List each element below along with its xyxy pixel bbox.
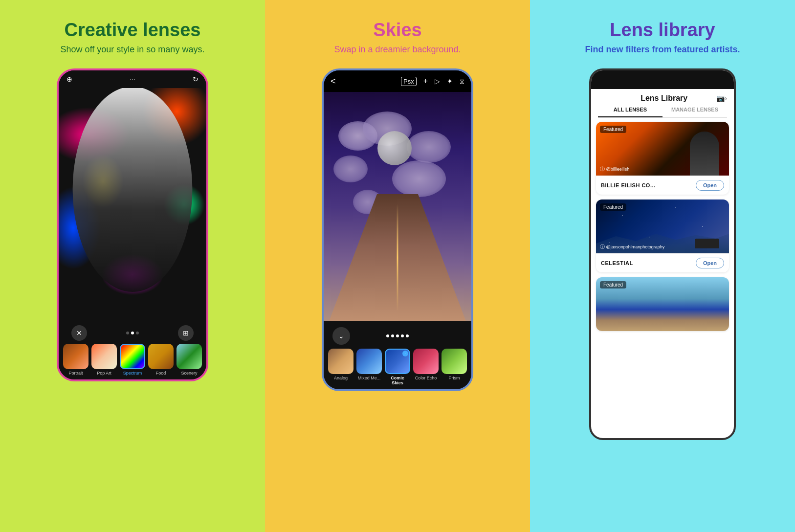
psx-icon[interactable]: Psx [401, 77, 417, 86]
sliders-icon[interactable]: ⧖ [460, 77, 464, 86]
portrait-thumb [63, 344, 88, 369]
billie-open-button[interactable]: Open [696, 180, 724, 191]
gallery-icon[interactable]: ⊞ [178, 325, 194, 341]
refresh-icon[interactable]: ↻ [193, 75, 199, 83]
filter-spectrum[interactable]: Spectrum [120, 344, 145, 376]
mixed-thumb [356, 349, 382, 374]
play-icon[interactable]: ▷ [435, 77, 440, 85]
billie-card-name: BILLIE EILISH CO... [601, 182, 656, 188]
lens-library-header: Lens Library 📷› [591, 89, 734, 103]
sky-dot-1 [386, 334, 389, 337]
sky-dot-4 [401, 334, 404, 337]
third-featured-badge: Featured [600, 281, 626, 288]
sky-dot-5 [406, 334, 409, 337]
filter-scenery[interactable]: Scenery [177, 344, 202, 376]
phone-1-bottombar: ✕ ⊞ Portrait Pop Art [59, 321, 206, 379]
lens-card-billie: Featured ⓘ @billieeilish BILLIE EILISH C… [596, 122, 729, 195]
panel-1-subtitle: Show off your style in so many ways. [61, 44, 205, 55]
tab-manage-lenses[interactable]: MANAGE LENSES [662, 103, 727, 117]
wand-icon[interactable]: ✦ [447, 77, 453, 85]
filter-portrait[interactable]: Portrait [63, 344, 88, 376]
scenery-thumb [177, 344, 202, 369]
globe-icon[interactable]: ⊕ [66, 75, 72, 83]
phone-2-screen [324, 92, 471, 321]
celestial-card-image: Featured ⓘ @jaxsonpohlmanphotography [596, 200, 729, 253]
analog-label: Analog [334, 376, 348, 380]
road-center-line [397, 204, 398, 311]
sky-page-dots [386, 334, 409, 337]
celestial-credit: ⓘ @jaxsonpohlmanphotography [600, 244, 664, 250]
plus-icon[interactable]: + [423, 77, 428, 86]
sky-filter-prism[interactable]: Prism [442, 349, 467, 385]
lens-library-title: Lens Library [640, 94, 687, 103]
sky-filter-mixed[interactable]: Mixed Me... [356, 349, 382, 385]
phone-3-status-bar [591, 70, 734, 89]
scenery-label: Scenery [181, 371, 197, 376]
celestial-featured-badge: Featured [600, 203, 626, 211]
panel-1-title: Creative lenses [65, 20, 201, 41]
panel-2-subtitle: Swap in a dreamier background. [334, 44, 461, 55]
popart-label: Pop Art [97, 371, 111, 376]
dot-1 [126, 332, 129, 334]
more-icon[interactable]: ··· [130, 75, 135, 83]
close-button[interactable]: ✕ [71, 325, 87, 341]
swipe-down-button[interactable]: ⌄ [332, 327, 350, 345]
phone-2-bottom: ⌄ Analog Mixed Me... [324, 321, 471, 389]
panel-creative-lenses: Creative lenses Show off your style in s… [0, 0, 265, 532]
dot-2 [131, 332, 134, 334]
comic-label: Comic Skies [385, 376, 410, 385]
phone-3-shell: Lens Library 📷› ALL LENSES MANAGE LENSES… [589, 68, 736, 440]
food-label: Food [156, 371, 166, 376]
comic-thumb: · [385, 349, 410, 374]
mixed-label: Mixed Me... [358, 376, 381, 380]
mountains-card-image: Featured [596, 277, 729, 331]
billie-figure [690, 132, 719, 176]
phone-1-topbar: ⊕ ··· ↻ [59, 70, 206, 88]
page-dots [126, 332, 139, 334]
filter-popart[interactable]: Pop Art [91, 344, 117, 376]
boat [695, 239, 719, 248]
moon [377, 131, 412, 165]
echo-label: Color Echo [415, 376, 437, 380]
top-icons: Psx + ▷ ✦ ⧖ [401, 77, 464, 86]
panel-lens-library: Lens library Find new filters from featu… [530, 0, 795, 532]
panel-3-subtitle: Find new filters from featured artists. [585, 44, 740, 55]
billie-featured-badge: Featured [600, 126, 626, 133]
sky-dot-3 [396, 334, 399, 337]
prism-thumb [442, 349, 467, 374]
sky-filter-comic[interactable]: · Comic Skies [385, 349, 410, 385]
celestial-card-name: CELESTIAL [601, 260, 633, 266]
celestial-card-info: CELESTIAL Open [596, 253, 729, 272]
cloud-5 [392, 160, 446, 197]
lens-filter-bar: Portrait Pop Art Spectrum Food Scenery [64, 344, 201, 376]
swipe-controls: ⌄ [328, 325, 467, 349]
lens-card-third: Featured [596, 277, 729, 331]
back-icon[interactable]: < [331, 76, 336, 87]
spectrum-thumb [120, 344, 145, 369]
lens-library-tabs: ALL LENSES MANAGE LENSES [598, 103, 727, 118]
camera-controls: ✕ ⊞ [64, 325, 201, 341]
sky-filter-echo[interactable]: Color Echo [413, 349, 439, 385]
tab-all-lenses[interactable]: ALL LENSES [598, 103, 662, 117]
prism-label: Prism [449, 376, 460, 380]
phone-2-topbar: < Psx + ▷ ✦ ⧖ [324, 70, 471, 92]
celestial-open-button[interactable]: Open [696, 258, 724, 268]
analog-thumb [328, 349, 353, 374]
sky-filter-bar: Analog Mixed Me... · Comic Skies Color E… [328, 349, 467, 385]
billie-credit: ⓘ @billieeilish [600, 166, 629, 173]
cloud-3 [407, 131, 451, 163]
dot-3 [136, 332, 139, 334]
panel-2-title: Skies [373, 20, 421, 41]
billie-card-info: BILLIE EILISH CO... Open [596, 176, 729, 195]
food-thumb [148, 344, 174, 369]
popart-thumb [91, 344, 117, 369]
cloud-4 [333, 155, 368, 182]
phone-1-shell: ⊕ ··· ↻ ✕ ⊞ Portrait [57, 68, 208, 381]
new-badge: · [402, 351, 408, 356]
billie-card-image: Featured ⓘ @billieeilish [596, 122, 729, 176]
camera-icon[interactable]: 📷› [716, 94, 727, 102]
sky-filter-analog[interactable]: Analog [328, 349, 353, 385]
filter-food[interactable]: Food [148, 344, 174, 376]
portrait-label: Portrait [68, 371, 83, 376]
phone-1-screen [59, 88, 206, 321]
